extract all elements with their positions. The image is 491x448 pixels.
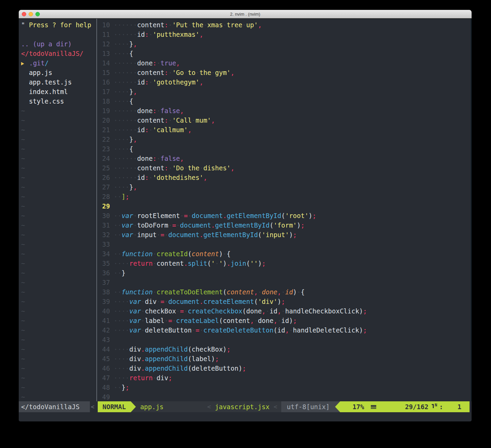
code-text: ······content:·'Do·the·dishes', (114, 163, 472, 173)
code-line[interactable]: 49 (97, 392, 472, 401)
code-line[interactable]: 43 (97, 335, 472, 344)
code-text: ····{ (114, 96, 472, 106)
code-text (114, 335, 472, 344)
line-number: 26 (97, 173, 114, 182)
code-line[interactable]: 39····var·div·=·document.createElement('… (97, 297, 472, 306)
statusline-separator-icon: < (91, 401, 94, 412)
code-line[interactable]: 20······content:·'Call·mum', (97, 115, 472, 125)
line-number: 40 (97, 306, 114, 316)
line-number: 22 (97, 135, 114, 144)
code-text: ······id:·'gotothegym', (114, 77, 472, 87)
code-line[interactable]: 46····div.appendChild(deleteButton); (97, 364, 472, 373)
code-line[interactable]: 27····}, (97, 182, 472, 192)
code-text: ····var·checkBox·=·createCheckbox(done,·… (114, 306, 472, 316)
code-text (114, 240, 472, 249)
file-app-test-js[interactable]: app.test.js (19, 77, 96, 87)
code-line[interactable]: 48··}; (97, 383, 472, 392)
code-line[interactable]: 36··} (97, 268, 472, 278)
file-index-html[interactable]: index.html (19, 87, 96, 96)
empty-buffer-tilde: ~ (19, 316, 96, 325)
code-line[interactable]: 10······content:·'Put·the·xmas·tree·up', (97, 20, 472, 30)
empty-buffer-tilde: ~ (19, 154, 96, 163)
code-text: ····var·div·=·document.createElement('di… (114, 297, 472, 306)
empty-buffer-tilde: ~ (19, 106, 96, 115)
line-number: 41 (97, 316, 114, 325)
empty-buffer-tilde: ~ (19, 192, 96, 201)
code-text (114, 278, 472, 287)
code-line[interactable]: 33 (97, 240, 472, 249)
code-line[interactable]: 24······done:·false, (97, 154, 472, 163)
code-line[interactable]: 22····}, (97, 135, 472, 144)
code-line[interactable]: 17····}, (97, 87, 472, 96)
code-line[interactable]: 42····var·deleteButton·=·createDeleteBut… (97, 325, 472, 335)
terminal-window: 2. nvim . (nvim) " Press ? for help.. (u… (19, 10, 472, 421)
code-line[interactable]: 41····var·label·=·createLabel(content,·d… (97, 316, 472, 325)
file-app-js[interactable]: app.js (19, 68, 96, 77)
empty-buffer-tilde: ~ (19, 344, 96, 354)
position-segment: 17% 29/162 N : 1 (340, 401, 470, 412)
code-text: ····return·content.split('·').join(''); (114, 259, 472, 268)
code-line[interactable]: 26······id:·'dothedishes', (97, 173, 472, 182)
code-line[interactable]: 44····div.appendChild(checkBox); (97, 344, 472, 354)
code-line[interactable]: 28··]; (97, 192, 472, 201)
line-number: 35 (97, 259, 114, 268)
code-line[interactable]: 30··var·rootElement·=·document.getElemen… (97, 211, 472, 220)
code-line[interactable]: 23····{ (97, 144, 472, 154)
file-explorer-sidebar[interactable]: " Press ? for help.. (up a dir)</todoVan… (19, 20, 96, 401)
empty-buffer-tilde: ~ (19, 144, 96, 154)
current-dir-root[interactable]: </todoVanillaJS/ (19, 49, 96, 58)
line-number: 37 (97, 278, 114, 287)
empty-buffer-tilde: ~ (19, 163, 96, 173)
code-line[interactable]: 21······id:·'callmum', (97, 125, 472, 135)
line-number: 12 (97, 39, 114, 49)
code-line[interactable]: 34··function·createId(content)·{ (97, 249, 472, 259)
code-line[interactable]: 31··var·toDoForm·=·document.getElementBy… (97, 220, 472, 230)
filetype-label: javascript.jsx (215, 401, 269, 412)
encoding-label: utf-8[unix] (281, 401, 335, 412)
column-number: 1 (458, 401, 461, 412)
titlebar[interactable]: 2. nvim . (nvim) (19, 10, 472, 18)
command-line[interactable] (19, 412, 472, 421)
code-line[interactable]: 12····}, (97, 39, 472, 49)
code-line[interactable]: 14······done:·true, (97, 58, 472, 68)
line-number: 21 (97, 125, 114, 135)
code-line[interactable]: 19······done:·false, (97, 106, 472, 115)
file-style-css[interactable]: style.css (19, 96, 96, 106)
code-text: ······done:·true, (114, 58, 472, 68)
line-number: 15 (97, 68, 114, 77)
code-line[interactable]: 18····{ (97, 96, 472, 106)
code-line[interactable]: 32··var·input·=·document.getElementById(… (97, 230, 472, 240)
empty-buffer-tilde: ~ (19, 325, 96, 335)
code-line[interactable]: 13····{ (97, 49, 472, 58)
code-text: ··]; (114, 192, 472, 201)
updir-entry[interactable]: .. (up a dir) (19, 39, 96, 49)
empty-buffer-tilde: ~ (19, 240, 96, 249)
empty-buffer-tilde: ~ (19, 201, 96, 211)
code-line[interactable]: 35····return·content.split('·').join('')… (97, 259, 472, 268)
line-number: 43 (97, 335, 114, 344)
line-number: 16 (97, 77, 114, 87)
code-editor[interactable]: 10······content:·'Put·the·xmas·tree·up',… (97, 20, 472, 401)
code-line[interactable]: 37 (97, 278, 472, 287)
code-line[interactable]: 47····return·div; (97, 373, 472, 383)
code-text (114, 201, 472, 211)
code-line[interactable]: 29 (97, 201, 472, 211)
empty-buffer-tilde: ~ (19, 354, 96, 364)
empty-buffer-tilde: ~ (19, 287, 96, 297)
empty-buffer-tilde: ~ (19, 268, 96, 278)
code-line[interactable]: 25······content:·'Do·the·dishes', (97, 163, 472, 173)
empty-buffer-tilde: ~ (19, 220, 96, 230)
line-number: 17 (97, 87, 114, 96)
code-line[interactable]: 11······id:·'putthexmas', (97, 30, 472, 39)
code-line[interactable]: 38··function·createToDoElement(content,·… (97, 287, 472, 297)
powerline-arrow-icon (131, 401, 136, 412)
line-number: 46 (97, 364, 114, 373)
code-line[interactable]: 15······content:·'Go·to·the·gym', (97, 68, 472, 77)
code-line[interactable]: 16······id:·'gotothegym', (97, 77, 472, 87)
code-text: ··var·input·=·document.getElementById('i… (114, 230, 472, 240)
code-line[interactable]: 40····var·checkBox·=·createCheckbox(done… (97, 306, 472, 316)
code-text: ······content:·'Call·mum', (114, 115, 472, 125)
code-line[interactable]: 45····div.appendChild(label); (97, 354, 472, 364)
dir-git[interactable]: .git/ (19, 58, 96, 68)
powerline-arrow-left-icon (335, 401, 340, 412)
